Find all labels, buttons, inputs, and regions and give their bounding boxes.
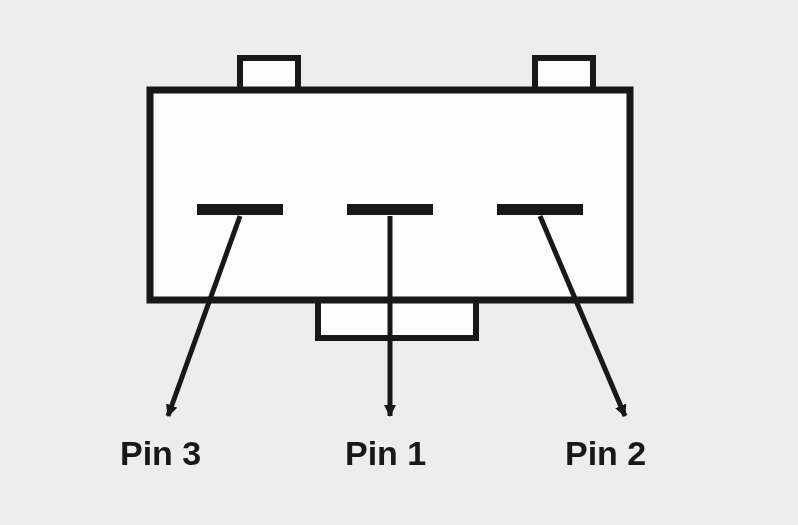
label-pin3: Pin 3 — [120, 434, 201, 473]
svg-rect-6 — [497, 204, 583, 215]
label-pin1: Pin 1 — [345, 434, 426, 473]
svg-rect-5 — [347, 204, 433, 215]
svg-rect-4 — [197, 204, 283, 215]
connector-pinout-diagram: Pin 3 Pin 1 Pin 2 — [0, 0, 798, 525]
label-pin2: Pin 2 — [565, 434, 646, 473]
contact-slots — [197, 204, 583, 215]
svg-rect-2 — [318, 298, 476, 338]
